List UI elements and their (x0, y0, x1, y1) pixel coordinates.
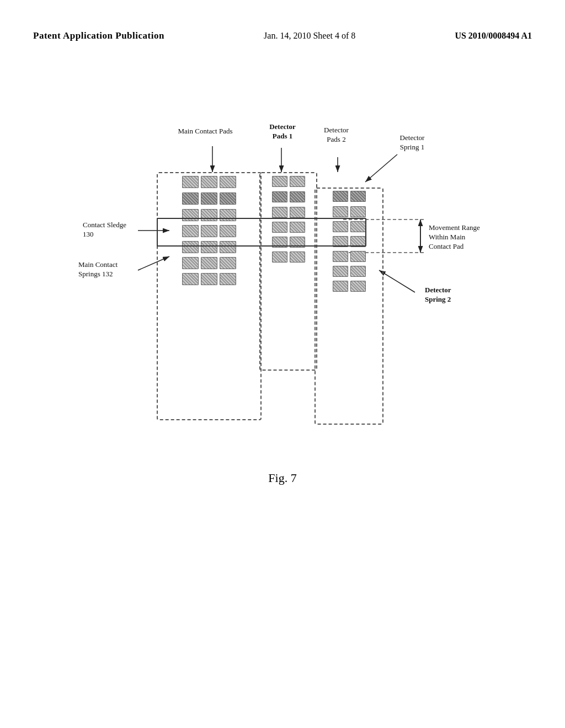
main-contact-springs-label: Main ContactSprings 132 (78, 260, 139, 279)
svg-line-12 (379, 270, 415, 292)
pad (290, 176, 305, 187)
pad (272, 207, 287, 218)
pad (290, 191, 305, 202)
pad (350, 191, 366, 202)
pad (182, 273, 199, 285)
diagram-area: Main Contact Pads DetectorPads 1 Detecto… (0, 110, 565, 485)
svg-line-5 (365, 154, 397, 182)
pad (350, 266, 366, 277)
pad (272, 191, 287, 202)
pad (201, 192, 217, 205)
pad (333, 281, 348, 292)
pad (333, 206, 348, 217)
pad (350, 251, 366, 262)
pad (201, 257, 217, 269)
pad (220, 192, 236, 205)
pad (201, 176, 217, 188)
page-header: Patent Application Publication Jan. 14, … (0, 30, 565, 41)
pad (290, 207, 305, 218)
main-pad-group (157, 172, 262, 420)
publication-label: Patent Application Publication (33, 30, 164, 41)
pad (350, 206, 366, 217)
pad (220, 273, 236, 285)
detector-pads-1-label: DetectorPads 1 (258, 122, 307, 141)
pad (333, 266, 348, 277)
pad (201, 273, 217, 285)
pad (220, 176, 236, 188)
pad (220, 257, 236, 269)
pad (182, 257, 199, 269)
pad (182, 192, 199, 205)
figure-label: Fig. 7 (73, 471, 492, 485)
diagram-wrapper: Main Contact Pads DetectorPads 1 Detecto… (73, 110, 492, 485)
contact-sledge-label: Contact Sledge130 (83, 221, 138, 239)
main-contact-pads-label: Main Contact Pads (169, 127, 241, 136)
pad (333, 251, 348, 262)
movement-range-label: Movement RangeWithin MainContact Pad (429, 223, 489, 251)
detector-pads-2-label: DetectorPads 2 (313, 126, 360, 144)
detector-pads-1-group (259, 172, 317, 371)
pad (333, 191, 348, 202)
pad (272, 251, 287, 263)
detector-spring-2-label: DetectorSpring 2 (425, 286, 475, 304)
pad (182, 176, 199, 188)
date-sheet-label: Jan. 14, 2010 Sheet 4 of 8 (264, 31, 355, 41)
pad (290, 251, 305, 263)
patent-number-label: US 2010/0008494 A1 (455, 31, 532, 41)
detector-spring-1-label: DetectorSpring 1 (387, 133, 437, 152)
contact-sledge-box (157, 218, 366, 247)
pad (272, 176, 287, 187)
pad (350, 281, 366, 292)
